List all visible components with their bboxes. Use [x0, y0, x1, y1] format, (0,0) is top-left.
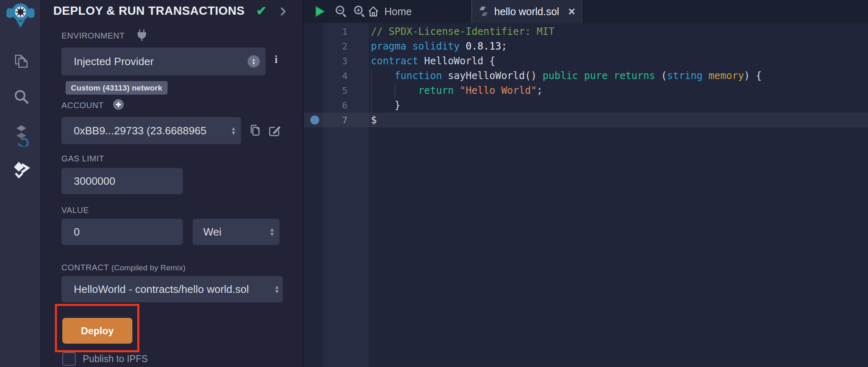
code-token: ( [655, 70, 667, 82]
icon-sidebar [0, 0, 41, 367]
code-line: 5 return "Hello World"; [304, 83, 868, 98]
code-token: pure [584, 70, 608, 82]
tab-home-label: Home [384, 6, 412, 18]
code-token: // SPDX-License-Identifier: MIT [371, 26, 554, 37]
close-tab-icon[interactable]: × [568, 6, 575, 18]
code-token: string [667, 70, 703, 82]
publish-to-ipfs-checkbox[interactable] [62, 352, 76, 366]
value-label: VALUE [61, 206, 89, 215]
code-token [608, 70, 614, 82]
file-explorer-icon[interactable] [12, 52, 30, 70]
gas-limit-label: GAS LIMIT [61, 154, 104, 163]
code-token [454, 85, 459, 96]
edit-account-icon[interactable] [267, 123, 282, 139]
code-token: ) { [744, 70, 761, 82]
contract-note: (Compiled by Remix) [111, 263, 186, 272]
code-token: 0.8.13 [466, 41, 501, 52]
code-token: sayHelloWorld() [442, 70, 543, 82]
code-token [578, 70, 584, 82]
code-token [371, 85, 418, 96]
code-line: 2pragma solidity 0.8.13; [304, 39, 868, 54]
environment-select[interactable]: Injected Provider ▲▼ [61, 48, 266, 75]
tab-active-label: hello world.sol [494, 6, 559, 18]
code-token: ; [537, 85, 543, 96]
value-amount: 0 [74, 226, 80, 238]
unit-stepper-icon: ▲▼ [269, 227, 275, 236]
deploy-run-panel: DEPLOY & RUN TRANSACTIONS ✔ ENVIRONMENT … [42, 0, 302, 367]
account-label: ACCOUNT [61, 101, 104, 110]
contract-value: HelloWorld - contracts/hello world.sol [74, 283, 249, 296]
page-title: DEPLOY & RUN TRANSACTIONS [53, 4, 245, 18]
code-line: 1// SPDX-License-Identifier: MIT [304, 24, 868, 39]
contract-stepper-icon: ▲▼ [274, 285, 279, 294]
gas-limit-value: 3000000 [74, 175, 115, 188]
search-icon[interactable] [12, 88, 30, 106]
code-text: // SPDX-License-Identifier: MIT [371, 26, 554, 37]
editor-tabbar: – + Home hello world.sol [304, 0, 868, 23]
deploy-button[interactable]: Deploy [62, 318, 132, 344]
code-text: return "Hello World"; [371, 85, 543, 96]
copy-account-icon[interactable] [248, 123, 262, 139]
plug-icon[interactable] [136, 29, 148, 43]
code-line: 7$ [304, 113, 868, 127]
contract-select[interactable]: HelloWorld - contracts/hello world.sol ▲… [61, 276, 283, 302]
line-number: 2 [304, 41, 348, 52]
zoom-out-icon[interactable]: – [336, 6, 348, 18]
collapse-chevron-icon[interactable] [279, 6, 288, 18]
code-token: returns [614, 70, 655, 82]
network-badge: Custom (43113) network [66, 81, 168, 95]
line-number: 1 [304, 27, 348, 37]
tab-hello-world-sol[interactable]: hello world.sol × [472, 0, 582, 23]
solidity-file-icon [479, 6, 489, 17]
remix-ide-window: DEPLOY & RUN TRANSACTIONS ✔ ENVIRONMENT … [0, 0, 868, 367]
code-token: ; [501, 41, 507, 52]
code-token: function [395, 70, 442, 82]
code-token [371, 70, 395, 82]
contract-label: CONTRACT (Compiled by Remix) [61, 263, 186, 272]
code-token: memory [709, 70, 744, 82]
line-number: 4 [304, 71, 348, 81]
code-token: solidity [412, 41, 460, 52]
code-token: } [371, 100, 400, 111]
zoom-in-icon[interactable]: + [354, 6, 366, 18]
code-line: 4 function sayHelloWorld() public pure r… [304, 68, 868, 83]
line-number: 7 [304, 115, 348, 125]
code-text: } [371, 100, 400, 111]
run-script-icon[interactable] [314, 5, 326, 19]
code-token: HelloWorld { [418, 55, 495, 67]
add-account-icon[interactable] [112, 98, 125, 112]
code-token: contract [371, 55, 418, 67]
code-token: public [543, 70, 578, 82]
value-unit-select[interactable]: Wei ▲▼ [193, 219, 279, 245]
gas-limit-input[interactable]: 3000000 [61, 168, 183, 194]
home-icon [367, 5, 379, 18]
compile-success-check-icon: ✔ [256, 3, 267, 18]
code-editor[interactable]: 1// SPDX-License-Identifier: MIT2pragma … [304, 24, 868, 127]
account-select[interactable]: 0xBB9...29733 (23.6688965 ▲▼ [61, 117, 241, 144]
solidity-compiler-icon[interactable] [12, 124, 30, 147]
remix-logo-icon[interactable] [5, 2, 36, 29]
code-text: pragma solidity 0.8.13; [371, 41, 507, 52]
deploy-and-run-icon[interactable] [12, 161, 30, 179]
code-token: "Hello World" [460, 85, 537, 96]
code-text: function sayHelloWorld() public pure ret… [371, 70, 762, 82]
tab-home[interactable]: Home [367, 0, 449, 23]
code-line: 3contract HelloWorld { [304, 54, 868, 68]
publish-to-ipfs-label: Publish to IPFS [83, 353, 148, 365]
line-number: 3 [304, 56, 348, 66]
value-input[interactable]: 0 [61, 219, 183, 245]
environment-label: ENVIRONMENT [61, 31, 125, 41]
editor-area: – + Home hello world.sol [304, 0, 868, 367]
code-text: $ [371, 114, 377, 126]
environment-value: Injected Provider [74, 55, 154, 68]
account-stepper-icon: ▲▼ [231, 126, 236, 135]
line-number: 6 [304, 100, 348, 111]
code-token: $ [371, 114, 377, 126]
line-number: 5 [304, 86, 348, 96]
environment-stepper-icon: ▲▼ [248, 55, 260, 68]
environment-info-icon[interactable]: i [275, 53, 278, 66]
code-text: contract HelloWorld { [371, 55, 495, 67]
code-token: pragma [371, 41, 407, 52]
value-unit: Wei [203, 226, 221, 238]
code-token [460, 41, 466, 52]
